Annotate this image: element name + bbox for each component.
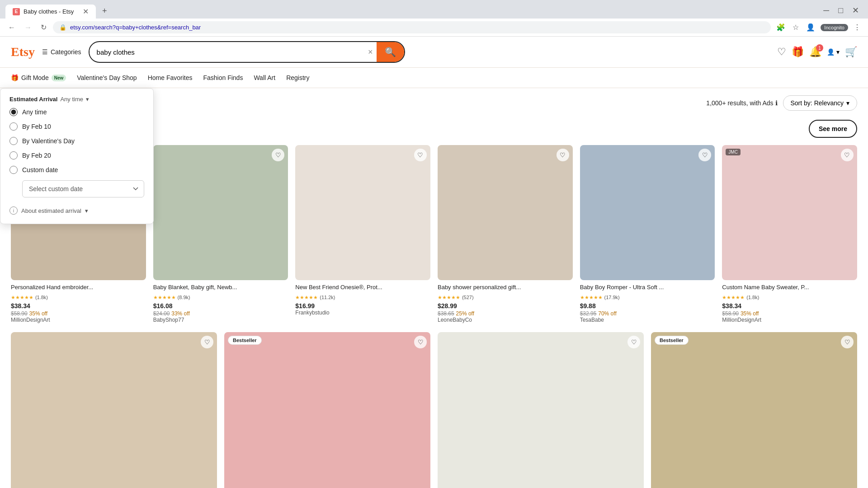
product-rating: ★★★★★ (1.8k) — [722, 293, 857, 300]
address-bar[interactable]: 🔒 — [53, 21, 771, 33]
forward-button[interactable]: → — [22, 22, 34, 33]
etsy-logo[interactable]: Etsy — [11, 45, 35, 59]
account-button[interactable]: 👤 ▾ — [827, 48, 840, 56]
shop-name: LeoneBabyCo — [438, 317, 573, 323]
menu-button[interactable]: ⋮ — [852, 21, 863, 33]
chevron-down-icon: ▾ — [85, 207, 88, 214]
any-time-option[interactable]: Any time — [9, 108, 144, 116]
by-feb-20-label: By Feb 20 — [22, 152, 51, 159]
sidebar-item-wall-art[interactable]: Wall Art — [254, 72, 275, 83]
product-title: Baby Blanket, Baby gift, Newb... — [153, 284, 288, 291]
cart-button[interactable]: 🛒 — [845, 46, 857, 58]
favorite-button[interactable]: ♡ — [627, 336, 640, 348]
bookmark-button[interactable]: ☆ — [791, 21, 801, 33]
favorite-button[interactable]: ♡ — [414, 336, 427, 348]
see-more-button[interactable]: See more — [809, 120, 857, 138]
extensions-button[interactable]: 🧩 — [774, 21, 787, 33]
sidebar-item-gift-mode[interactable]: 🎁 Gift Mode New — [11, 72, 66, 83]
favorite-button[interactable]: ♡ — [272, 149, 284, 161]
shop-name: MillionDesignArt — [11, 317, 146, 323]
shop-name: BabyShop77 — [153, 317, 288, 323]
account-icon: 👤 — [827, 48, 835, 56]
categories-button[interactable]: ☰ Categories — [42, 48, 81, 56]
sidebar-item-registry[interactable]: Registry — [286, 72, 309, 83]
product-card[interactable]: ♡ Baby shower personalized gift... ★★★★★… — [438, 145, 573, 323]
badge-jmc: JMC — [726, 149, 741, 155]
sort-button[interactable]: Sort by: Relevancy ▾ — [783, 95, 858, 111]
estimated-arrival-dropdown: Estimated Arrival Any time ▾ Any time By… — [0, 88, 154, 224]
by-valentines-day-option[interactable]: By Valentine's Day — [9, 137, 144, 145]
search-bar: × 🔍 — [89, 41, 405, 63]
active-tab[interactable]: E Baby clothes - Etsy ✕ — [5, 5, 96, 19]
new-tab-button[interactable]: + — [97, 4, 113, 19]
product-card[interactable]: ♡ JMC Custom Name Baby Sweater, P... ★★★… — [722, 145, 857, 323]
product-image: ♡ — [438, 145, 573, 280]
search-submit-button[interactable]: 🔍 — [377, 42, 404, 62]
favorite-button[interactable]: ♡ — [841, 336, 854, 348]
favorites-button[interactable]: ♡ — [777, 46, 786, 58]
product-card[interactable]: ♡ — [11, 332, 217, 488]
product-card[interactable]: ♡ New Best Friend Onesie®, Prot... ★★★★★… — [295, 145, 430, 323]
address-input[interactable] — [70, 24, 764, 31]
product-image: Bestseller ♡ — [651, 332, 857, 488]
product-image: ♡ — [438, 332, 644, 488]
dropdown-header: Estimated Arrival Any time ▾ — [9, 96, 144, 103]
product-card[interactable]: ♡ Baby Boy Romper - Ultra Soft ... ★★★★★… — [580, 145, 715, 323]
back-button[interactable]: ← — [5, 22, 18, 33]
product-original-price: $38.65 25% off — [438, 310, 573, 317]
product-image: ♡ — [580, 145, 715, 280]
sidebar-item-valentines-day-shop[interactable]: Valentine's Day Shop — [77, 72, 137, 83]
custom-date-label: Custom date — [22, 166, 58, 174]
product-card[interactable]: Bestseller ♡ — [651, 332, 857, 488]
product-price: $16.99 — [295, 302, 430, 310]
results-count: 1,000+ results, with Ads ℹ — [706, 99, 777, 107]
reload-button[interactable]: ↻ — [38, 21, 49, 33]
favorite-button[interactable]: ♡ — [201, 336, 213, 348]
profile-button[interactable]: 👤 — [804, 21, 817, 33]
product-card[interactable]: ♡ — [438, 332, 644, 488]
product-original-price: $58.90 35% off — [11, 310, 146, 317]
close-button[interactable]: ✕ — [849, 4, 863, 17]
custom-date-wrapper: Select custom date — [22, 180, 144, 197]
tab-close-button[interactable]: ✕ — [83, 7, 89, 16]
by-valentines-day-radio[interactable] — [9, 137, 18, 145]
by-valentines-day-label: By Valentine's Day — [22, 137, 75, 145]
favorite-button[interactable]: ♡ — [414, 149, 427, 161]
toolbar-icons: 🧩 ☆ 👤 Incognito ⋮ — [774, 21, 863, 33]
sidebar-item-fashion-finds[interactable]: Fashion Finds — [203, 72, 243, 83]
product-card[interactable]: ♡ Baby Blanket, Baby gift, Newb... ★★★★★… — [153, 145, 288, 323]
notifications-button[interactable]: 🔔 1 — [809, 46, 821, 58]
shop-name: TesaBabe — [580, 317, 715, 323]
favorite-button[interactable]: ♡ — [557, 149, 569, 161]
info-icon: i — [9, 206, 18, 215]
product-card[interactable]: Bestseller ♡ — [224, 332, 430, 488]
minimize-button[interactable]: ─ — [820, 4, 833, 17]
product-rating: ★★★★★ (8.9k) — [153, 293, 288, 300]
incognito-label: Incognito — [821, 24, 848, 31]
product-price: $9.88 — [580, 302, 715, 310]
product-price: $28.99 — [438, 302, 573, 310]
favorite-button[interactable]: ♡ — [698, 149, 711, 161]
maximize-button[interactable]: □ — [835, 4, 847, 17]
info-icon[interactable]: ℹ — [775, 99, 778, 107]
search-input[interactable] — [90, 44, 364, 61]
by-feb-10-option[interactable]: By Feb 10 — [9, 122, 144, 131]
by-feb-10-radio[interactable] — [9, 122, 18, 131]
product-rating: ★★★★★ (1.8k) — [11, 293, 146, 300]
sidebar-item-home-favorites[interactable]: Home Favorites — [148, 72, 193, 83]
search-clear-button[interactable]: × — [364, 47, 377, 57]
about-estimated-arrival[interactable]: i About estimated arrival ▾ — [9, 205, 144, 216]
etsy-header: Etsy ☰ Categories × 🔍 ♡ 🎁 🔔 1 👤 ▾ 🛒 — [0, 37, 868, 68]
by-feb-20-option[interactable]: By Feb 20 — [9, 151, 144, 160]
favorite-button[interactable]: ♡ — [841, 149, 854, 161]
chevron-down-icon: ▾ — [86, 96, 89, 103]
by-feb-20-radio[interactable] — [9, 151, 18, 160]
any-time-radio[interactable] — [9, 108, 18, 116]
product-price: $16.08 — [153, 302, 288, 310]
gift-button[interactable]: 🎁 — [792, 46, 804, 58]
etsy-nav: 🎁 Gift Mode New Valentine's Day Shop Hom… — [0, 68, 868, 88]
custom-date-select[interactable]: Select custom date — [22, 180, 144, 197]
custom-date-option[interactable]: Custom date — [9, 166, 144, 174]
custom-date-radio[interactable] — [9, 166, 18, 174]
product-original-price: $32.95 70% off — [580, 310, 715, 317]
